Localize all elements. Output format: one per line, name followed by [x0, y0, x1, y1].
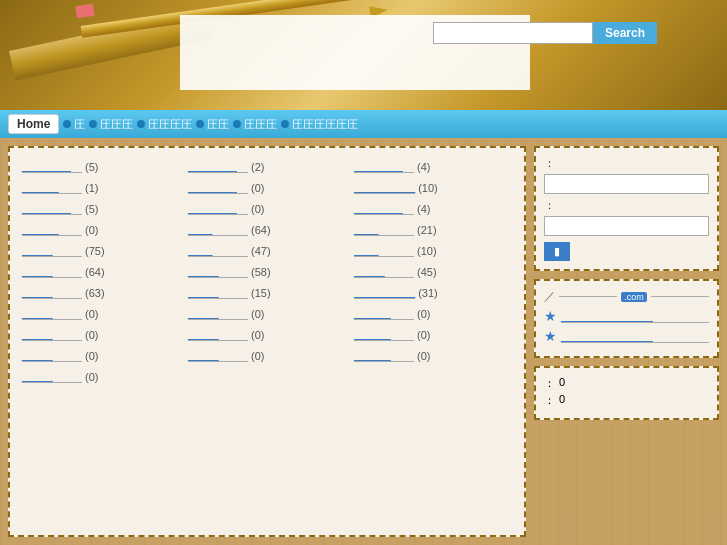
stat-value-1: 0	[559, 376, 565, 391]
list-item: __________ (31)	[350, 284, 516, 301]
list-item: ________ (4)	[350, 158, 516, 175]
listing-count: (21)	[417, 224, 437, 236]
listing-link[interactable]: ________	[188, 181, 248, 194]
list-item: _____ (75)	[18, 242, 184, 259]
listing-link[interactable]: _____	[188, 328, 248, 341]
nav-item-3[interactable]: 圧圧圧圧	[137, 117, 192, 132]
listing-link[interactable]: _____	[22, 286, 82, 299]
list-item: ________ (4)	[350, 200, 516, 217]
nav-dot-1	[63, 120, 71, 128]
listing-link[interactable]: _____	[188, 349, 248, 362]
listing-link[interactable]: ________	[354, 202, 414, 215]
listing-link[interactable]: ____	[354, 223, 414, 236]
listing-link[interactable]: _____	[22, 244, 82, 257]
pencil-eraser-decoration	[75, 4, 94, 18]
list-item: _____ (0)	[184, 326, 350, 343]
listing-link[interactable]: _____	[22, 349, 82, 362]
listing-count: (58)	[251, 266, 271, 278]
listing-link[interactable]: _____	[188, 286, 248, 299]
listing-count: (0)	[85, 371, 98, 383]
listing-link[interactable]: _____	[22, 265, 82, 278]
listing-link[interactable]: ________	[354, 160, 414, 173]
listing-count: (0)	[85, 308, 98, 320]
listing-link[interactable]: ______	[354, 328, 414, 341]
nav-home-button[interactable]: Home	[8, 114, 59, 134]
login-label1: ：	[544, 156, 709, 171]
list-item: ____ (10)	[350, 242, 516, 259]
star-line-top2	[651, 296, 709, 297]
list-item: ______ (0)	[350, 326, 516, 343]
list-item: __________ (10)	[350, 179, 516, 196]
navbar: Home 圧 圧圧圧 圧圧圧圧 圧圧 圧圧圧 圧圧圧圧圧圧	[0, 110, 727, 138]
username-input[interactable]	[544, 174, 709, 194]
search-input[interactable]	[433, 22, 593, 44]
star-link-1[interactable]: _______________	[561, 310, 709, 323]
listing-link[interactable]: _____	[22, 307, 82, 320]
list-item: ____ (47)	[184, 242, 350, 259]
nav-label-4: 圧圧	[207, 117, 229, 132]
star-link-2[interactable]: _______________	[561, 330, 709, 343]
password-input[interactable]	[544, 216, 709, 236]
listing-count: (0)	[85, 350, 98, 362]
listing-link[interactable]: __________	[354, 286, 415, 299]
listing-count: (4)	[417, 203, 430, 215]
listing-count: (4)	[417, 161, 430, 173]
listing-count: (5)	[85, 203, 98, 215]
listing-link[interactable]: ____	[354, 244, 414, 257]
stat-label-2: ：	[544, 393, 555, 408]
list-item: ________ (2)	[184, 158, 350, 175]
listing-count: (0)	[417, 350, 430, 362]
listing-count: (31)	[418, 287, 438, 299]
list-item: _____ (0)	[18, 347, 184, 364]
login-submit-button[interactable]: ▮	[544, 242, 570, 261]
listing-link[interactable]: _____	[354, 265, 414, 278]
listing-link[interactable]: ______	[354, 349, 414, 362]
nav-item-2[interactable]: 圧圧圧	[89, 117, 133, 132]
listing-link[interactable]: ________	[188, 160, 248, 173]
login-box: ： ： ▮	[534, 146, 719, 271]
listing-count: (0)	[417, 329, 430, 341]
stat-row-1: ： 0	[544, 376, 709, 391]
listing-count: (5)	[85, 161, 98, 173]
list-item: _____ (45)	[350, 263, 516, 280]
listing-link[interactable]: ________	[188, 202, 248, 215]
listing-link[interactable]: ______	[22, 181, 82, 194]
listing-grid: ________ (5)________ (2)________ (4)____…	[18, 158, 516, 385]
listing-link[interactable]: ________	[22, 160, 82, 173]
listing-link[interactable]: __________	[354, 181, 415, 194]
list-item: ______ (0)	[18, 221, 184, 238]
list-item: _____ (58)	[184, 263, 350, 280]
list-item: ______ (1)	[18, 179, 184, 196]
listing-link[interactable]: ________	[22, 202, 82, 215]
listing-link[interactable]: _____	[22, 370, 82, 383]
listing-link[interactable]: _____	[22, 328, 82, 341]
nav-dot-3	[137, 120, 145, 128]
listing-link[interactable]: ______	[22, 223, 82, 236]
listing-link[interactable]: _____	[188, 307, 248, 320]
listing-link[interactable]: ______	[354, 307, 414, 320]
list-item: ______ (0)	[350, 347, 516, 364]
nav-label-3: 圧圧圧圧	[148, 117, 192, 132]
listing-link[interactable]: _____	[188, 265, 248, 278]
nav-item-4[interactable]: 圧圧	[196, 117, 229, 132]
login-label2: ：	[544, 198, 709, 213]
search-button[interactable]: Search	[593, 22, 657, 44]
main-content: ________ (5)________ (2)________ (4)____…	[0, 138, 727, 545]
stars-box: ／ .com ★ _______________ ★ _____________…	[534, 279, 719, 358]
nav-label-2: 圧圧圧	[100, 117, 133, 132]
listing-count: (0)	[251, 203, 264, 215]
listing-link[interactable]: ____	[188, 223, 248, 236]
nav-item-1[interactable]: 圧	[63, 117, 85, 132]
list-item: _____ (0)	[184, 305, 350, 322]
stat-row-2: ： 0	[544, 393, 709, 408]
nav-item-6[interactable]: 圧圧圧圧圧圧	[281, 117, 358, 132]
listing-link[interactable]: ____	[188, 244, 248, 257]
listing-count: (15)	[251, 287, 271, 299]
star-item-2[interactable]: ★ _______________	[544, 328, 709, 344]
star-item-1[interactable]: ★ _______________	[544, 308, 709, 324]
listing-count: (75)	[85, 245, 105, 257]
right-panel: ： ： ▮ ／ .com ★ _______________ ★ _______…	[534, 146, 719, 537]
nav-item-5[interactable]: 圧圧圧	[233, 117, 277, 132]
list-item: _____ (15)	[184, 284, 350, 301]
listing-count: (10)	[417, 245, 437, 257]
